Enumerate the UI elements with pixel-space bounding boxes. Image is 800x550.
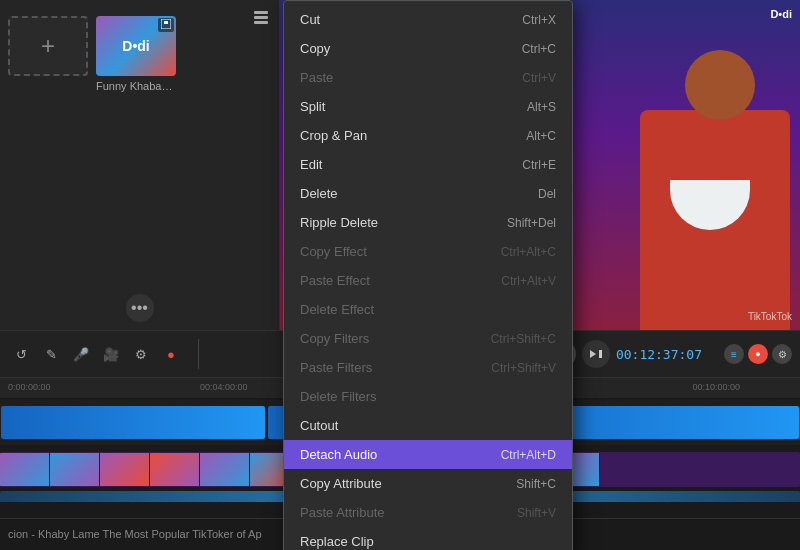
notification-badge: ● [748,344,768,364]
menu-item-label-replace-clip: Replace Clip [300,534,374,549]
menu-item-edit[interactable]: EditCtrl+E [284,150,572,179]
menu-shortcut-delete: Del [538,187,556,201]
person-head [685,50,755,120]
menu-item-crop-pan[interactable]: Crop & PanAlt+C [284,121,572,150]
add-media-button[interactable]: + [8,16,88,76]
menu-item-label-crop-pan: Crop & Pan [300,128,367,143]
svg-rect-2 [254,21,268,24]
menu-item-label-edit: Edit [300,157,322,172]
menu-item-label-ripple-delete: Ripple Delete [300,215,378,230]
menu-item-label-copy-effect: Copy Effect [300,244,367,259]
menu-shortcut-paste: Ctrl+V [522,71,556,85]
menu-shortcut-copy-attribute: Shift+C [516,477,556,491]
strip-thumb [50,453,100,486]
menu-item-label-delete: Delete [300,186,338,201]
layers-icon [251,8,271,31]
fast-forward-button[interactable] [582,340,610,368]
tick-label-2: 00:10:00:00 [692,382,740,392]
svg-marker-9 [590,350,596,358]
media-grid: + D•di Funny Khabane Lame ... [8,16,271,92]
menu-item-paste: PasteCtrl+V [284,63,572,92]
menu-item-label-delete-filters: Delete Filters [300,389,377,404]
menu-item-detach-audio[interactable]: Detach AudioCtrl+Alt+D [284,440,572,469]
settings-button[interactable]: ⚙ [128,341,154,367]
menu-item-label-copy: Copy [300,41,330,56]
menu-item-delete-filters: Delete Filters [284,382,572,411]
menu-item-split[interactable]: SplitAlt+S [284,92,572,121]
svg-rect-0 [254,11,268,14]
menu-shortcut-split: Alt+S [527,100,556,114]
menu-item-paste-filters: Paste FiltersCtrl+Shift+V [284,353,572,382]
timeline-clip-label: cion - Khaby Lame The Most Popular TikTo… [8,528,262,540]
menu-shortcut-ripple-delete: Shift+Del [507,216,556,230]
menu-shortcut-cut: Ctrl+X [522,13,556,27]
menu-item-label-paste-effect: Paste Effect [300,273,370,288]
menu-shortcut-copy-effect: Ctrl+Alt+C [501,245,556,259]
menu-item-label-split: Split [300,99,325,114]
menu-item-ripple-delete[interactable]: Ripple DeleteShift+Del [284,208,572,237]
strip-thumb [100,453,150,486]
context-menu: CutCtrl+XCopyCtrl+CPasteCtrl+VSplitAlt+S… [283,0,573,550]
strip-thumb [200,453,250,486]
separator [198,339,199,369]
preview-corner-label: D•di [770,8,792,20]
clip-segment-1[interactable] [1,406,265,439]
menu-item-paste-effect: Paste EffectCtrl+Alt+V [284,266,572,295]
menu-item-copy-attribute[interactable]: Copy AttributeShift+C [284,469,572,498]
menu-item-label-detach-audio: Detach Audio [300,447,377,462]
menu-item-replace-clip[interactable]: Replace Clip [284,527,572,550]
svg-rect-4 [164,21,168,24]
strip-thumb [0,453,50,486]
edit-tool-button[interactable]: ✎ [38,341,64,367]
svg-rect-1 [254,16,268,19]
strip-thumb [150,453,200,486]
menu-shortcut-detach-audio: Ctrl+Alt+D [501,448,556,462]
menu-item-label-copy-filters: Copy Filters [300,331,369,346]
menu-shortcut-copy: Ctrl+C [522,42,556,56]
settings2-icon[interactable]: ⚙ [772,344,792,364]
menu-shortcut-paste-effect: Ctrl+Alt+V [501,274,556,288]
toolbar-left: ↺ ✎ 🎤 🎥 ⚙ ● [8,341,184,367]
tick-label-0: 0:00:00:00 [8,382,51,392]
menu-shortcut-paste-attribute: Shift+V [517,506,556,520]
media-label: Funny Khabane Lame ... [96,80,176,92]
timecode-display: 00:12:37:07 [616,347,702,362]
tick-label-1: 00:04:00:00 [200,382,248,392]
menu-item-delete-effect: Delete Effect [284,295,572,324]
undo-button[interactable]: ↺ [8,341,34,367]
menu-item-label-delete-effect: Delete Effect [300,302,374,317]
record-button[interactable]: ● [158,341,184,367]
audio-button[interactable]: 🎤 [68,341,94,367]
menu-item-copy-effect: Copy EffectCtrl+Alt+C [284,237,572,266]
menu-item-label-paste: Paste [300,70,333,85]
menu-item-delete[interactable]: DeleteDel [284,179,572,208]
menu-item-cut[interactable]: CutCtrl+X [284,5,572,34]
menu-item-label-paste-filters: Paste Filters [300,360,372,375]
menu-item-label-copy-attribute: Copy Attribute [300,476,382,491]
menu-item-label-paste-attribute: Paste Attribute [300,505,385,520]
tiktok-watermark: TikTokTok [748,311,792,322]
more-options-button[interactable]: ••• [126,294,154,322]
menu-shortcut-paste-filters: Ctrl+Shift+V [491,361,556,375]
menu-item-paste-attribute: Paste AttributeShift+V [284,498,572,527]
right-icons: ≡ ● ⚙ [724,344,792,364]
media-item[interactable]: D•di [96,16,176,76]
menu-item-copy[interactable]: CopyCtrl+C [284,34,572,63]
menu-shortcut-copy-filters: Ctrl+Shift+C [491,332,556,346]
video-button[interactable]: 🎥 [98,341,124,367]
media-panel: + D•di Funny Khabane Lame ... [0,0,280,330]
menu-item-cutout[interactable]: Cutout [284,411,572,440]
menu-shortcut-crop-pan: Alt+C [526,129,556,143]
menu-item-label-cutout: Cutout [300,418,338,433]
svg-rect-10 [599,350,602,358]
audio-mix-icon[interactable]: ≡ [724,344,744,364]
menu-item-copy-filters: Copy FiltersCtrl+Shift+C [284,324,572,353]
menu-shortcut-edit: Ctrl+E [522,158,556,172]
menu-item-label-cut: Cut [300,12,320,27]
